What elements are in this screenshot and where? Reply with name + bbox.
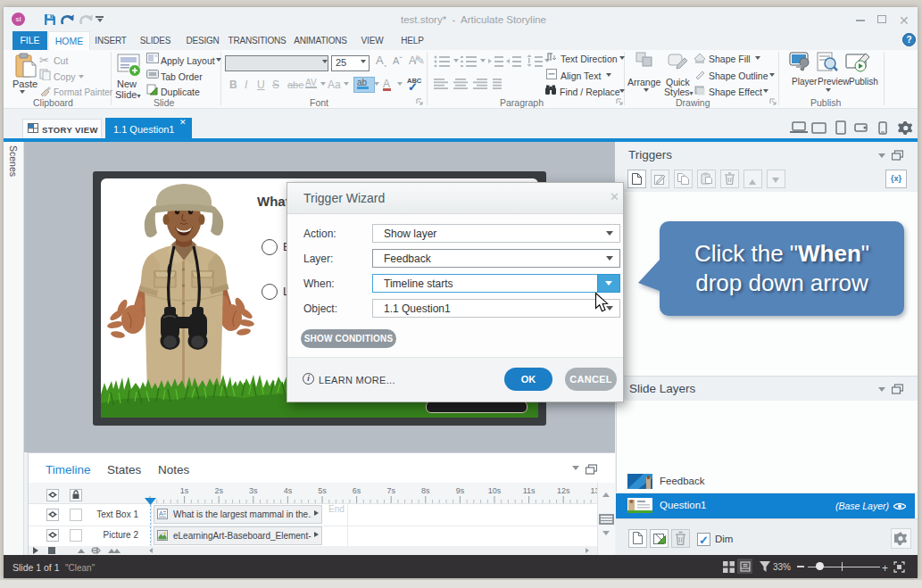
svg-text:Click the "When": Click the "When" xyxy=(694,240,869,267)
svg-text:drop down arrow: drop down arrow xyxy=(695,269,868,296)
